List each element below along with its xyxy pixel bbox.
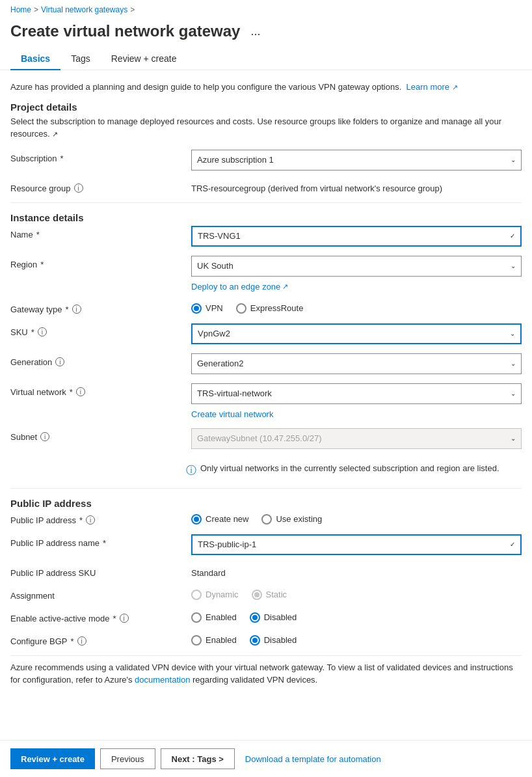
tabs-bar: Basics Tags Review + create (0, 48, 532, 70)
gateway-type-expressroute-option[interactable]: ExpressRoute (236, 303, 304, 314)
section-divider-1 (10, 202, 522, 203)
subnet-value: GatewaySubnet (10.47.255.0/27) (197, 433, 322, 443)
generation-value: Generation2 (197, 359, 244, 368)
deploy-edge-zone-link[interactable]: Deploy to an edge zone ↗ (191, 282, 288, 292)
next-button[interactable]: Next : Tags > (161, 748, 235, 769)
active-active-radio-group: Enabled Disabled (191, 610, 522, 623)
generation-row: Generation i Generation2 ⌄ (10, 353, 522, 374)
gateway-type-vpn-option[interactable]: VPN (191, 303, 223, 314)
public-ip-create-new-option[interactable]: Create new (191, 514, 248, 525)
info-banner: Azure has provided a planning and design… (10, 81, 522, 94)
name-chevron: ✓ (510, 232, 515, 239)
subscription-row: Subscription * Azure subscription 1 ⌄ (10, 150, 522, 170)
public-ip-use-existing-radio[interactable] (261, 514, 272, 525)
active-active-enabled-radio[interactable] (191, 612, 202, 623)
breadcrumb-virtual-network-gateways[interactable]: Virtual network gateways (41, 5, 127, 14)
name-dropdown[interactable]: TRS-VNG1 ✓ (191, 226, 522, 247)
public-ip-name-value: TRS-public-ip-1 (198, 539, 256, 549)
gateway-type-vpn-radio[interactable] (191, 303, 202, 314)
configure-bgp-info-icon: i (77, 636, 86, 646)
subnet-dropdown: GatewaySubnet (10.47.255.0/27) ⌄ (191, 428, 522, 449)
public-ip-address-control: Create new Use existing (191, 511, 522, 525)
configure-bgp-label: Configure BGP * i (10, 633, 186, 646)
resource-group-control: TRS-resourcegroup (derived from virtual … (191, 180, 522, 193)
public-ip-create-new-radio[interactable] (191, 514, 202, 525)
gateway-type-expressroute-label: ExpressRoute (250, 303, 304, 313)
subscription-required: * (60, 154, 64, 163)
configure-bgp-disabled-option[interactable]: Disabled (250, 635, 297, 646)
download-template-link[interactable]: Download a template for automation (240, 750, 386, 768)
subnet-chevron: ⌄ (511, 435, 516, 442)
review-create-button[interactable]: Review + create (10, 748, 95, 769)
configure-bgp-enabled-label: Enabled (206, 635, 237, 645)
public-ip-name-chevron: ✓ (510, 541, 515, 548)
page-title: Create virtual network gateway (10, 22, 240, 40)
project-details-desc: Select the subscription to manage deploy… (10, 115, 522, 141)
region-row: Region * UK South ⌄ Deploy to an edge zo… (10, 256, 522, 292)
subnet-note-text: Only virtual networks in the currently s… (200, 463, 499, 473)
edge-zone-external-icon: ↗ (282, 282, 288, 291)
virtual-network-chevron: ⌄ (511, 390, 516, 397)
sku-dropdown[interactable]: VpnGw2 ⌄ (191, 323, 522, 344)
public-ip-name-row: Public IP address name * TRS-public-ip-1… (10, 534, 522, 555)
generation-dropdown[interactable]: Generation2 ⌄ (191, 353, 522, 374)
configure-bgp-disabled-radio[interactable] (250, 635, 260, 646)
active-active-disabled-option[interactable]: Disabled (250, 612, 297, 623)
active-active-enabled-option[interactable]: Enabled (191, 612, 237, 623)
subnet-note: ⓘ Only virtual networks in the currently… (10, 458, 522, 483)
active-active-row: Enable active-active mode * i Enabled Di… (10, 610, 522, 623)
generation-chevron: ⌄ (511, 360, 516, 367)
subscription-label: Subscription * (10, 150, 186, 163)
generation-info-icon: i (55, 357, 64, 366)
assignment-static-radio (252, 590, 262, 600)
configure-bgp-enabled-radio[interactable] (191, 635, 202, 646)
sku-value: VpnGw2 (198, 329, 230, 338)
resource-group-label: Resource group i (10, 180, 186, 193)
configure-bgp-enabled-option[interactable]: Enabled (191, 635, 237, 646)
create-virtual-network-link[interactable]: Create virtual network (191, 409, 273, 419)
subscription-control: Azure subscription 1 ⌄ (191, 150, 522, 170)
region-control: UK South ⌄ Deploy to an edge zone ↗ (191, 256, 522, 292)
subscription-value: Azure subscription 1 (197, 155, 274, 165)
public-ip-sku-row: Public IP address SKU Standard (10, 564, 522, 578)
previous-button[interactable]: Previous (100, 748, 155, 769)
breadcrumb: Home > Virtual network gateways > (0, 0, 532, 20)
public-ip-title: Public IP address (10, 498, 522, 509)
project-details-title: Project details (10, 102, 522, 113)
gateway-type-expressroute-radio[interactable] (236, 303, 246, 314)
ellipsis-button[interactable]: ... (246, 23, 264, 40)
breadcrumb-sep2: > (130, 5, 135, 14)
documentation-link[interactable]: documentation (135, 675, 190, 685)
public-ip-name-control: TRS-public-ip-1 ✓ (191, 534, 522, 555)
gateway-type-row: Gateway type * i VPN ExpressRoute (10, 301, 522, 314)
tab-tags[interactable]: Tags (60, 48, 101, 70)
configure-bgp-row: Configure BGP * i Enabled Disabled (10, 633, 522, 646)
name-row: Name * TRS-VNG1 ✓ (10, 226, 522, 247)
generation-label: Generation i (10, 353, 186, 367)
public-ip-name-dropdown[interactable]: TRS-public-ip-1 ✓ (191, 534, 522, 555)
active-active-enabled-label: Enabled (206, 612, 237, 622)
public-ip-address-label: Public IP address * i (10, 511, 186, 525)
subscription-dropdown[interactable]: Azure subscription 1 ⌄ (191, 150, 522, 170)
assignment-static-label: Static (266, 590, 287, 599)
public-ip-use-existing-option[interactable]: Use existing (261, 514, 322, 525)
generation-control: Generation2 ⌄ (191, 353, 522, 374)
assignment-radio-group: Dynamic Static (191, 587, 522, 600)
learn-more-link[interactable]: Learn more ↗ (406, 82, 458, 92)
section-divider-2 (10, 488, 522, 489)
virtual-network-control: TRS-virtual-network ⌄ Create virtual net… (191, 383, 522, 419)
breadcrumb-home[interactable]: Home (10, 5, 31, 14)
name-control: TRS-VNG1 ✓ (191, 226, 522, 247)
active-active-info-icon: i (120, 614, 129, 623)
virtual-network-label: Virtual network * i (10, 383, 186, 397)
gateway-type-info-icon: i (72, 305, 81, 314)
active-active-disabled-radio[interactable] (250, 612, 260, 623)
tab-review-create[interactable]: Review + create (101, 48, 187, 70)
virtual-network-dropdown[interactable]: TRS-virtual-network ⌄ (191, 383, 522, 404)
tab-basics[interactable]: Basics (10, 48, 60, 70)
sku-row: SKU * i VpnGw2 ⌄ (10, 323, 522, 344)
region-label: Region * (10, 256, 186, 269)
resource-group-value: TRS-resourcegroup (derived from virtual … (191, 180, 522, 193)
public-ip-radio-group: Create new Use existing (191, 511, 522, 525)
region-dropdown[interactable]: UK South ⌄ (191, 256, 522, 277)
